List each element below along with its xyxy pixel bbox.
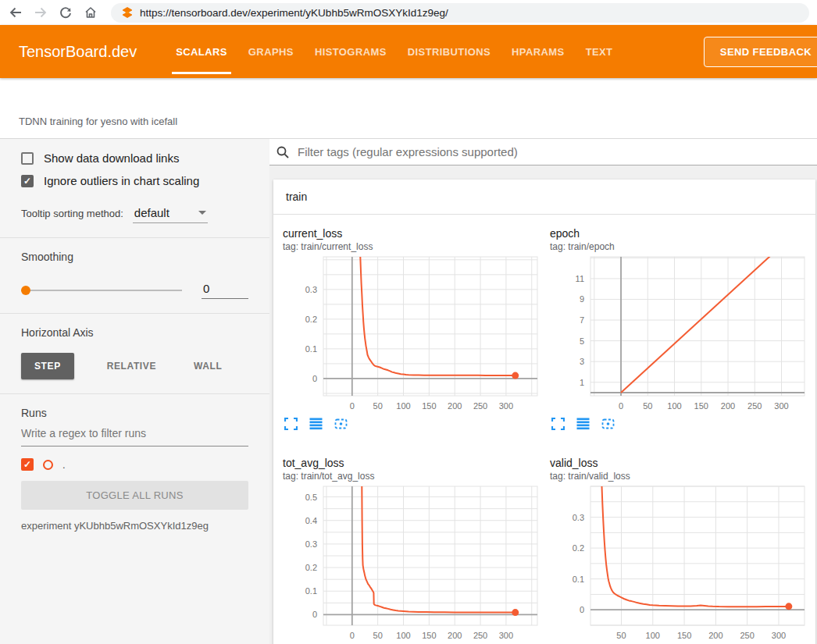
svg-text:150: 150: [677, 631, 691, 640]
train-section-header[interactable]: train: [273, 180, 815, 215]
smoothing-label: Smoothing: [21, 251, 248, 263]
axis-relative-button[interactable]: RELATIVE: [102, 360, 161, 372]
tag-filter-row: [269, 139, 817, 165]
reload-icon[interactable]: [55, 2, 77, 23]
svg-text:50: 50: [373, 631, 383, 640]
axis-step-button[interactable]: STEP: [21, 353, 74, 379]
run-list-item[interactable]: ✓ .: [21, 458, 248, 471]
expand-chart-icon[interactable]: [551, 418, 565, 430]
runs-section: Runs ✓ . TOGGLE ALL RUNS experiment yKUb…: [0, 394, 269, 546]
svg-text:50: 50: [643, 401, 652, 411]
toggle-all-runs-button[interactable]: TOGGLE ALL RUNS: [21, 481, 248, 510]
toggle-y-axis-icon[interactable]: [309, 418, 323, 430]
svg-text:3: 3: [580, 357, 584, 366]
ignore-outliers-label: Ignore outliers in chart scaling: [44, 174, 199, 187]
forward-icon[interactable]: [30, 2, 52, 23]
axis-wall-button[interactable]: WALL: [189, 360, 227, 372]
svg-text:0: 0: [350, 401, 355, 411]
fit-domain-icon[interactable]: [601, 418, 615, 430]
run-checkbox[interactable]: ✓: [21, 458, 34, 471]
svg-text:0: 0: [312, 610, 317, 619]
tab-graphs[interactable]: GRAPHS: [248, 25, 294, 78]
svg-text:0.3: 0.3: [573, 513, 584, 522]
chart-tag: tag: train/epoch: [550, 241, 811, 252]
tab-histograms[interactable]: HISTOGRAMS: [315, 25, 387, 78]
expand-chart-icon[interactable]: [284, 418, 298, 430]
svg-text:100: 100: [646, 631, 660, 640]
svg-text:200: 200: [448, 631, 462, 640]
runs-regex-input[interactable]: [21, 419, 248, 447]
chart-card-valid_loss: valid_losstag: train/valid_loss501001502…: [550, 457, 811, 644]
chart-plot-tot_avg_loss[interactable]: 05010015020025030000.10.20.30.40.5: [283, 483, 542, 644]
settings-sidebar: Show data download links ✓ Ignore outlie…: [0, 139, 269, 644]
show-download-links-row[interactable]: Show data download links: [21, 151, 248, 165]
run-color-swatch: [43, 460, 53, 470]
tab-bar: SCALARSGRAPHSHISTOGRAMSDISTRIBUTIONSHPAR…: [176, 25, 612, 78]
svg-text:250: 250: [473, 401, 487, 411]
chart-title: current_loss: [283, 227, 544, 240]
tensorboard-favicon: [122, 7, 133, 18]
chart-tag: tag: train/tot_avg_loss: [283, 471, 544, 482]
ignore-outliers-checkbox[interactable]: ✓: [21, 175, 34, 187]
tab-text[interactable]: TEXT: [586, 25, 613, 78]
svg-text:250: 250: [473, 631, 487, 640]
chevron-down-icon: [198, 211, 206, 215]
chart-tag: tag: train/current_loss: [283, 241, 544, 252]
svg-text:0.5: 0.5: [305, 493, 317, 502]
svg-text:0.1: 0.1: [305, 586, 317, 596]
svg-text:50: 50: [373, 401, 383, 411]
send-feedback-button[interactable]: SEND FEEDBACK: [704, 37, 817, 67]
svg-text:100: 100: [667, 401, 681, 411]
chart-card-current_loss: current_losstag: train/current_loss05010…: [283, 227, 544, 430]
url-bar[interactable]: https://tensorboard.dev/experiment/yKUbh…: [111, 3, 809, 23]
svg-text:100: 100: [396, 401, 410, 411]
svg-text:0.1: 0.1: [573, 575, 584, 584]
cards-area: train current_losstag: train/current_los…: [269, 165, 817, 644]
show-download-links-label: Show data download links: [44, 151, 179, 165]
smoothing-slider[interactable]: [21, 290, 182, 291]
main-area: train current_losstag: train/current_los…: [269, 139, 817, 644]
svg-text:0: 0: [312, 374, 317, 383]
tag-filter-input[interactable]: [296, 144, 817, 159]
svg-text:250: 250: [740, 631, 754, 640]
svg-text:7: 7: [580, 315, 584, 325]
tab-hparams[interactable]: HPARAMS: [512, 25, 565, 78]
svg-text:0: 0: [350, 631, 355, 640]
chart-plot-current_loss[interactable]: 05010015020025030000.10.20.3: [283, 254, 542, 415]
chart-plot-epoch[interactable]: 0501001502002503001357911: [550, 254, 809, 415]
toggle-y-axis-icon[interactable]: [576, 418, 590, 430]
svg-text:5: 5: [580, 336, 584, 346]
tab-scalars[interactable]: SCALARS: [176, 25, 227, 78]
svg-text:0.2: 0.2: [573, 543, 584, 553]
experiment-title: TDNN training for yesno with icefall: [19, 116, 177, 127]
svg-text:1: 1: [580, 378, 584, 387]
tab-distributions[interactable]: DISTRIBUTIONS: [408, 25, 491, 78]
horizontal-axis-label: Horizontal Axis: [21, 326, 248, 339]
show-download-links-checkbox[interactable]: [21, 152, 34, 165]
chart-title: valid_loss: [550, 457, 811, 469]
svg-text:150: 150: [422, 401, 436, 411]
chart-tag: tag: train/valid_loss: [550, 471, 811, 482]
svg-text:0.3: 0.3: [305, 539, 317, 549]
tooltip-sorting-dropdown[interactable]: default: [133, 206, 208, 223]
back-icon[interactable]: [5, 2, 27, 23]
home-icon[interactable]: [80, 2, 102, 23]
svg-text:300: 300: [774, 401, 788, 411]
browser-toolbar: https://tensorboard.dev/experiment/yKUbh…: [0, 0, 817, 25]
search-icon: [276, 145, 290, 159]
smoothing-slider-knob[interactable]: [21, 286, 30, 295]
tooltip-sorting-label: Tooltip sorting method:: [21, 208, 123, 219]
svg-text:0.2: 0.2: [305, 315, 317, 324]
fit-domain-icon[interactable]: [334, 418, 348, 430]
smoothing-value[interactable]: 0: [202, 282, 248, 299]
chart-title: tot_avg_loss: [283, 457, 544, 469]
svg-text:300: 300: [499, 631, 513, 640]
run-name: .: [62, 459, 66, 471]
svg-text:0.2: 0.2: [305, 563, 317, 572]
ignore-outliers-row[interactable]: ✓ Ignore outliers in chart scaling: [21, 174, 248, 187]
svg-text:11: 11: [576, 274, 584, 283]
chart-plot-valid_loss[interactable]: 5010015020025030000.10.20.3: [550, 483, 809, 644]
chart-actions: [283, 418, 544, 430]
url-text[interactable]: https://tensorboard.dev/experiment/yKUbh…: [140, 7, 448, 19]
chart-actions: [550, 418, 811, 430]
